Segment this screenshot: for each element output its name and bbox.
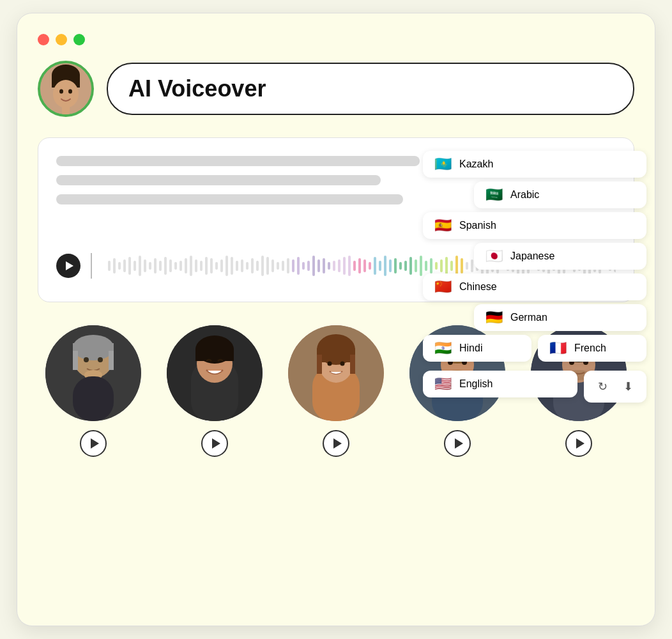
flag-english: 🇺🇸: [434, 377, 452, 391]
page-title: AI Voiceover: [128, 75, 613, 102]
text-line-1: [56, 156, 420, 166]
svg-point-4: [59, 89, 63, 94]
lang-label-french: French: [574, 343, 606, 354]
svg-rect-10: [73, 343, 114, 355]
flag-spanish: 🇪🇸: [434, 219, 452, 233]
lang-label-kazakh: Kazakh: [459, 158, 493, 170]
svg-rect-26: [317, 348, 355, 362]
voice-avatar-3: [288, 325, 384, 421]
voice-item-2: [159, 325, 270, 457]
lang-label-hindi: Hindi: [459, 343, 482, 354]
voice-play-4[interactable]: [444, 430, 471, 457]
flag-arabic: 🇸🇦: [485, 188, 503, 202]
lang-label-chinese: Chinese: [459, 281, 497, 293]
svg-rect-6: [62, 107, 70, 114]
voice-play-5[interactable]: [565, 430, 592, 457]
voice-item-1: [38, 325, 149, 457]
lang-item-french[interactable]: 🇫🇷 French: [538, 335, 646, 362]
download-button[interactable]: ⬇: [618, 377, 638, 396]
flag-german: 🇩🇪: [485, 311, 503, 325]
lang-label-german: German: [510, 312, 547, 323]
language-dropdown: 🇰🇿 Kazakh 🇸🇦 Arabic 🇪🇸 Spanish 🇯🇵 Japane…: [423, 151, 646, 403]
minimize-button[interactable]: [56, 34, 67, 45]
action-icons: ↻ ⬇: [584, 371, 646, 403]
lang-label-japanese: Japanese: [510, 250, 554, 262]
text-line-3: [56, 194, 403, 204]
svg-rect-27: [317, 355, 322, 374]
voice-play-2[interactable]: [201, 430, 228, 457]
voice-item-3: [280, 325, 392, 457]
lang-item-german[interactable]: 🇩🇪 German: [474, 304, 646, 331]
voice-avatar-2: [167, 325, 263, 421]
lang-item-hindi[interactable]: 🇮🇳 Hindi: [423, 335, 531, 362]
svg-rect-21: [195, 348, 234, 361]
svg-point-30: [340, 362, 345, 366]
flag-hindi: 🇮🇳: [434, 341, 452, 355]
flag-chinese: 🇨🇳: [434, 280, 452, 294]
svg-rect-28: [350, 355, 355, 374]
lang-item-arabic[interactable]: 🇸🇦 Arabic: [474, 181, 646, 208]
close-button[interactable]: [38, 34, 49, 45]
flag-kazakh: 🇰🇿: [434, 157, 452, 171]
svg-point-14: [98, 357, 103, 362]
svg-point-5: [68, 89, 72, 94]
flag-japanese: 🇯🇵: [485, 249, 503, 263]
refresh-button[interactable]: ↻: [593, 377, 612, 396]
cursor-line: [91, 253, 92, 279]
svg-point-13: [84, 357, 89, 362]
main-content: // Generate waveform inline const height…: [38, 137, 634, 302]
play-button[interactable]: [56, 254, 80, 278]
lang-label-arabic: Arabic: [510, 189, 539, 201]
svg-rect-11: [73, 351, 78, 370]
svg-point-3: [53, 80, 79, 108]
traffic-lights: [38, 34, 634, 45]
lang-item-japanese[interactable]: 🇯🇵 Japanese: [474, 243, 646, 270]
voice-avatar-1: [45, 325, 141, 421]
voice-play-3[interactable]: [323, 430, 349, 457]
title-box: AI Voiceover: [107, 63, 634, 115]
svg-rect-12: [109, 351, 114, 370]
header-bar: AI Voiceover: [38, 61, 634, 117]
lang-item-chinese[interactable]: 🇨🇳 Chinese: [423, 273, 646, 300]
text-line-2: [56, 175, 381, 185]
voice-play-1[interactable]: [80, 430, 107, 457]
svg-point-29: [328, 362, 332, 366]
lang-item-english[interactable]: 🇺🇸 English: [423, 371, 577, 397]
lang-label-spanish: Spanish: [459, 220, 496, 231]
lang-item-spanish[interactable]: 🇪🇸 Spanish: [423, 212, 646, 239]
avatar: [38, 61, 94, 117]
svg-rect-16: [73, 376, 114, 421]
flag-french: 🇫🇷: [549, 341, 567, 355]
lang-label-english: English: [459, 378, 493, 390]
maximize-button[interactable]: [73, 34, 85, 45]
app-window: AI Voiceover // Generate waveform inline…: [17, 13, 655, 626]
lang-item-kazakh[interactable]: 🇰🇿 Kazakh: [423, 151, 646, 178]
